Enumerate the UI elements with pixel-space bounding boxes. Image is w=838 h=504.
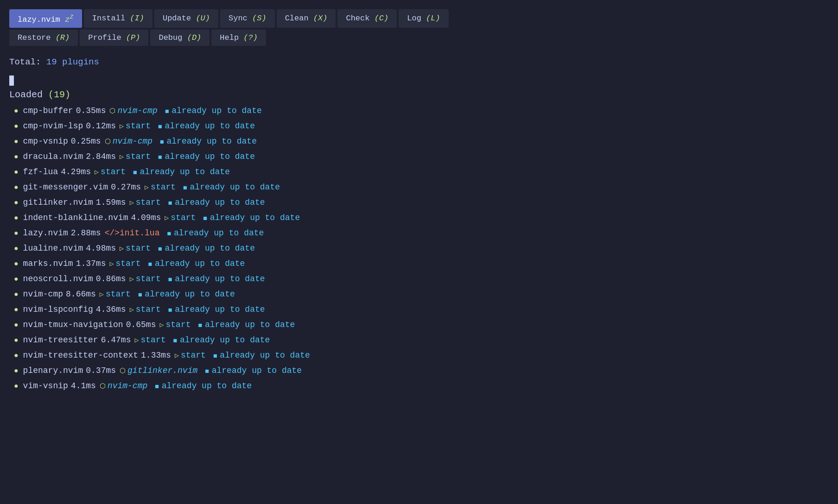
trigger-label: start bbox=[171, 212, 196, 224]
clean-key: (X) bbox=[313, 14, 328, 23]
plugin-name: gitlinker.nvim bbox=[23, 196, 93, 209]
help-btn[interactable]: Help (?) bbox=[211, 30, 266, 46]
status-icon: ◼ bbox=[213, 351, 217, 361]
plugin-time: 0.86ms bbox=[96, 273, 126, 285]
status-text: already up to date bbox=[162, 380, 252, 392]
status-text: already up to date bbox=[180, 334, 270, 346]
list-item: ● cmp-buffer 0.35ms ⬡ nvim-cmp ◼ already… bbox=[14, 105, 829, 117]
profile-key: (P) bbox=[126, 33, 140, 42]
status-text: already up to date bbox=[175, 303, 265, 316]
status-text: already up to date bbox=[220, 349, 310, 362]
plugin-name: lualine.nvim bbox=[23, 242, 83, 255]
triangle-icon: ▷ bbox=[159, 321, 164, 331]
trigger-label: start bbox=[106, 288, 131, 301]
plugin-name: dracula.nvim bbox=[23, 151, 83, 163]
clean-label: Clean bbox=[285, 14, 313, 23]
status-text: already up to date bbox=[155, 258, 245, 270]
sync-btn[interactable]: Sync (S) bbox=[220, 9, 275, 28]
bullet-icon: ● bbox=[14, 381, 19, 392]
log-label: Log bbox=[407, 14, 426, 23]
trigger-label: start bbox=[115, 258, 140, 270]
plugin-name: nvim-tmux-navigation bbox=[23, 319, 123, 331]
status-text: already up to date bbox=[174, 227, 264, 239]
bullet-icon: ● bbox=[14, 304, 19, 315]
bullet-icon: ● bbox=[14, 274, 19, 285]
log-key: (L) bbox=[426, 14, 440, 23]
profile-label: Profile bbox=[88, 33, 126, 42]
status-icon: ◼ bbox=[158, 152, 162, 162]
list-item: ● nvim-cmp 8.66ms ▷ start ◼ already up t… bbox=[14, 288, 829, 301]
plugin-time: 4.09ms bbox=[131, 212, 161, 224]
trigger-label: start bbox=[136, 273, 161, 285]
plugin-time: 0.65ms bbox=[126, 319, 156, 331]
plugin-time: 0.37ms bbox=[86, 365, 116, 377]
plugin-name: cmp-vsnip bbox=[23, 135, 68, 148]
list-item: ● nvim-treesitter-context 1.33ms ▷ start… bbox=[14, 349, 829, 362]
triangle-icon: ▷ bbox=[130, 198, 134, 209]
trigger-label: gitlinker.nvim bbox=[127, 365, 197, 377]
list-item: ● marks.nvim 1.37ms ▷ start ◼ already up… bbox=[14, 258, 829, 270]
plugin-time: 2.88ms bbox=[71, 227, 101, 239]
list-item: ● cmp-vsnip 0.25ms ⬡ nvim-cmp ◼ already … bbox=[14, 135, 829, 148]
plugin-name: nvim-treesitter bbox=[23, 334, 98, 346]
trigger-label: nvim-cmp bbox=[108, 380, 147, 392]
list-item: ● git-messenger.vim 0.27ms ▷ start ◼ alr… bbox=[14, 181, 829, 194]
plugin-name: vim-vsnip bbox=[23, 380, 68, 392]
debug-btn[interactable]: Debug (D) bbox=[150, 30, 210, 46]
plugin-name: fzf-lua bbox=[23, 166, 58, 178]
status-icon: ◼ bbox=[168, 275, 172, 284]
trigger-label: start bbox=[166, 319, 191, 331]
sync-key: (S) bbox=[252, 14, 267, 23]
bullet-icon: ● bbox=[14, 121, 19, 132]
status-text: already up to date bbox=[145, 288, 235, 301]
total-line: Total: 19 plugins bbox=[9, 57, 829, 67]
triangle-icon: ▷ bbox=[120, 244, 124, 255]
trigger-label: start bbox=[151, 181, 176, 194]
restore-btn[interactable]: Restore (R) bbox=[9, 30, 78, 46]
check-label: Check bbox=[346, 14, 374, 23]
status-text: already up to date bbox=[165, 151, 255, 163]
status-icon: ◼ bbox=[138, 290, 142, 300]
sync-label: Sync bbox=[229, 14, 252, 23]
status-text: already up to date bbox=[210, 212, 300, 224]
list-item: ● nvim-lspconfig 4.36ms ▷ start ◼ alread… bbox=[14, 303, 829, 316]
trigger-label: nvim-cmp bbox=[117, 105, 157, 117]
update-btn[interactable]: Update (U) bbox=[154, 9, 218, 28]
toolbar: lazy.nvim zz Install (I) Update (U) Sync… bbox=[9, 9, 829, 46]
help-label: Help bbox=[220, 33, 243, 42]
clean-btn[interactable]: Clean (X) bbox=[277, 9, 336, 28]
lazy-nvim-btn[interactable]: lazy.nvim zz bbox=[9, 9, 82, 28]
plugin-name: cmp-nvim-lsp bbox=[23, 120, 83, 132]
install-btn[interactable]: Install (I) bbox=[84, 9, 152, 28]
total-count: 19 plugins bbox=[46, 57, 99, 67]
status-icon: ◼ bbox=[173, 336, 177, 346]
profile-btn[interactable]: Profile (P) bbox=[80, 30, 148, 46]
status-icon: ◼ bbox=[160, 137, 164, 147]
plugin-name: nvim-treesitter-context bbox=[23, 349, 138, 362]
status-icon: ◼ bbox=[205, 366, 209, 376]
list-item: ● lazy.nvim 2.88ms </>init.lua ◼ already… bbox=[14, 227, 829, 239]
bullet-icon: ● bbox=[14, 350, 19, 361]
bullet-icon: ● bbox=[14, 106, 19, 117]
status-text: already up to date bbox=[212, 365, 302, 377]
status-text: already up to date bbox=[140, 166, 230, 178]
plugin-name: nvim-cmp bbox=[23, 288, 63, 301]
status-text: already up to date bbox=[167, 135, 257, 148]
plugin-time: 0.25ms bbox=[71, 135, 101, 148]
update-key: (U) bbox=[196, 14, 210, 23]
status-icon: ◼ bbox=[168, 198, 172, 208]
status-text: already up to date bbox=[171, 105, 261, 117]
status-icon: ◼ bbox=[165, 107, 169, 116]
triangle-icon: ▷ bbox=[134, 336, 139, 346]
check-btn[interactable]: Check (C) bbox=[337, 9, 397, 28]
list-item: ● lualine.nvim 4.98ms ▷ start ◼ already … bbox=[14, 242, 829, 255]
debug-label: Debug bbox=[159, 33, 187, 42]
install-key: (I) bbox=[130, 14, 144, 23]
status-text: already up to date bbox=[190, 181, 280, 194]
plugin-list: ● cmp-buffer 0.35ms ⬡ nvim-cmp ◼ already… bbox=[9, 105, 829, 392]
loaded-count: (19) bbox=[48, 89, 70, 100]
bullet-icon: ● bbox=[14, 136, 19, 147]
status-icon: ◼ bbox=[203, 214, 207, 223]
list-item: ● indent-blankline.nvim 4.09ms ▷ start ◼… bbox=[14, 212, 829, 224]
log-btn[interactable]: Log (L) bbox=[399, 9, 448, 28]
